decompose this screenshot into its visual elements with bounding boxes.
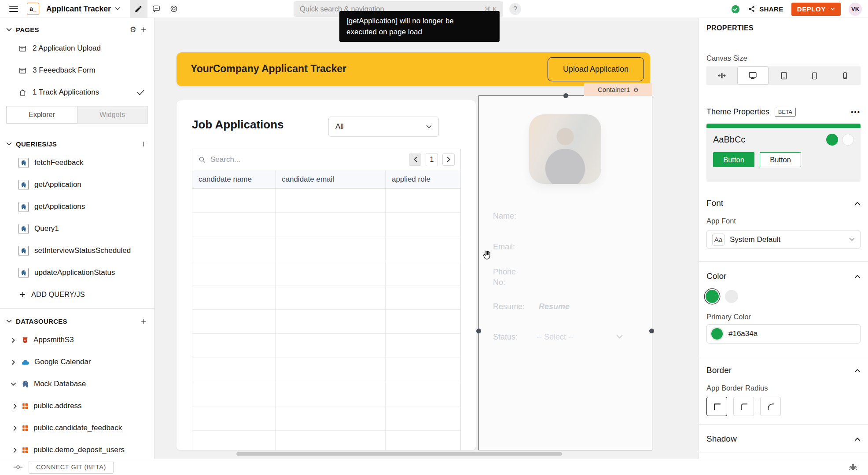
page-icon <box>18 44 27 53</box>
background-color-swatch[interactable] <box>725 290 738 303</box>
chevron-right-icon <box>11 359 15 365</box>
app-header-widget[interactable]: YourCompany Applicant Tracker Upload App… <box>177 52 650 86</box>
selected-widget-tag[interactable]: Container1 ⚙ <box>584 83 652 96</box>
add-datasource-icon[interactable] <box>140 318 147 325</box>
tab-widgets[interactable]: Widgets <box>77 106 147 123</box>
container1-widget-selected[interactable]: Name: Email: Phone No: Resume: Resume St… <box>478 95 652 450</box>
detail-resume-link[interactable]: Resume <box>539 302 570 311</box>
sidebar-item-page-feedback-form[interactable]: 3 Feeedback Form <box>0 59 154 81</box>
radius-medium-option[interactable] <box>733 397 754 416</box>
upload-application-button[interactable]: Upload Application <box>548 57 644 81</box>
table-cell <box>276 189 386 212</box>
add-page-icon[interactable] <box>140 26 147 33</box>
radius-none-option-selected[interactable] <box>706 397 727 416</box>
status-filter-select[interactable]: All <box>328 117 439 137</box>
add-query-icon[interactable] <box>140 141 147 147</box>
sidebar-item-query[interactable]: getApplication <box>0 174 154 196</box>
table-cell <box>192 358 276 382</box>
deploy-button[interactable]: DEPLOY <box>791 3 841 16</box>
app-title-chevron-icon[interactable] <box>115 7 120 11</box>
share-button[interactable]: SHARE <box>748 5 783 13</box>
theme-preview-card[interactable]: AaBbCc Button Button <box>706 124 861 182</box>
border-section-header[interactable]: Border <box>706 365 861 375</box>
deploy-chevron-icon <box>830 7 835 11</box>
app-title[interactable]: Applicant Tracker <box>46 4 111 14</box>
preview-mode-button[interactable] <box>165 0 183 18</box>
sidebar-item-query[interactable]: updateApplicationStatus <box>0 262 154 284</box>
pagination-prev-button[interactable] <box>409 153 421 166</box>
properties-title: PROPERTIES <box>706 24 861 32</box>
table-row[interactable] <box>192 382 460 406</box>
table-row[interactable] <box>192 189 460 213</box>
table-header-row: candidate name candidate email applied r… <box>192 170 460 189</box>
table-row[interactable] <box>192 261 460 285</box>
widget-settings-gear-icon[interactable]: ⚙ <box>633 86 639 93</box>
edit-mode-button[interactable] <box>130 0 147 18</box>
comment-mode-button[interactable] <box>147 0 165 18</box>
shadow-section-header[interactable]: Shadow <box>706 434 861 444</box>
sidebar-item-query[interactable]: fetchFeedback <box>0 152 154 174</box>
pages-settings-gear-icon[interactable]: ⚙ <box>130 25 136 34</box>
cloud-icon <box>21 359 30 365</box>
connect-git-button[interactable]: CONNECT GIT (BETA) <box>13 461 114 474</box>
table-row[interactable] <box>192 358 460 382</box>
primary-color-input[interactable]: #16a34a <box>706 324 861 343</box>
resize-handle-right[interactable] <box>649 329 654 333</box>
sidebar-item-query[interactable]: Query1 <box>0 218 154 240</box>
add-query-button[interactable]: ADD QUERY/JS <box>0 284 154 305</box>
table-cell <box>276 406 386 430</box>
hand-cursor <box>482 249 493 261</box>
theme-menu-button[interactable]: ••• <box>851 108 861 116</box>
canvas-size-tablet-option[interactable] <box>799 66 830 85</box>
canvas-size-desktop-option[interactable] <box>737 66 769 85</box>
table-row[interactable] <box>192 431 460 450</box>
sidebar-item-table-demo-deposit-users[interactable]: public.demo_deposit_users <box>0 439 154 459</box>
job-applications-table-widget[interactable]: Job Applications All Search... 1 candida… <box>177 100 476 450</box>
tab-explorer[interactable]: Explorer <box>6 106 77 124</box>
font-section-header[interactable]: Font <box>706 198 861 208</box>
canvas-horizontal-scrollbar[interactable] <box>236 452 562 456</box>
resize-handle-left[interactable] <box>476 329 481 333</box>
app-canvas[interactable]: YourCompany Applicant Tracker Upload App… <box>154 18 699 459</box>
chevron-up-icon <box>854 201 861 205</box>
datasources-section-header[interactable]: DATASOURCES <box>0 313 154 329</box>
sidebar-item-datasource-google-calendar[interactable]: Google Calendar <box>0 351 154 373</box>
canvas-size-mobile-option[interactable] <box>830 66 861 85</box>
color-section-header[interactable]: Color <box>706 271 861 281</box>
sidebar-item-datasource-mock-database[interactable]: Mock Database <box>0 373 154 395</box>
pagination-page-number[interactable]: 1 <box>426 153 438 166</box>
debug-bug-icon[interactable] <box>849 463 857 471</box>
table-row[interactable] <box>192 213 460 237</box>
pages-section-header[interactable]: PAGES ⚙ <box>0 22 154 37</box>
sidebar-item-table-address[interactable]: public.address <box>0 395 154 417</box>
hamburger-menu-icon[interactable] <box>6 5 21 12</box>
table-row[interactable] <box>192 237 460 261</box>
column-header-candidate-name[interactable]: candidate name <box>192 170 276 188</box>
sidebar-item-page-application-upload[interactable]: 2 Application Upload <box>0 37 154 59</box>
radius-large-option[interactable] <box>760 397 781 416</box>
table-row[interactable] <box>192 334 460 358</box>
detail-status-select[interactable]: -- Select -- <box>537 332 574 342</box>
help-button[interactable]: ? <box>509 3 521 15</box>
table-row[interactable] <box>192 310 460 334</box>
app-font-select[interactable]: Aa System Default <box>706 230 861 249</box>
pagination-next-button[interactable] <box>442 153 455 166</box>
table-cell <box>192 310 276 333</box>
queries-section-header[interactable]: QUERIES/JS <box>0 136 154 152</box>
app-logo[interactable]: a_ <box>27 3 39 15</box>
user-avatar[interactable]: VK <box>849 3 862 16</box>
table-search-input[interactable]: Search... <box>210 155 405 164</box>
resize-handle-top[interactable] <box>563 93 568 98</box>
sidebar-item-query[interactable]: setInterviewStatusScheduled <box>0 240 154 262</box>
column-header-applied-role[interactable]: applied role <box>386 170 460 188</box>
table-row[interactable] <box>192 285 460 310</box>
canvas-size-tablet-large-option[interactable] <box>769 66 799 85</box>
column-header-candidate-email[interactable]: candidate email <box>276 170 386 188</box>
primary-color-swatch-selected[interactable] <box>706 290 719 303</box>
canvas-size-fluid-option[interactable] <box>706 66 737 85</box>
sidebar-item-table-candidate-feedback[interactable]: public.candidate_feedback <box>0 417 154 439</box>
sidebar-item-query[interactable]: getApplications <box>0 196 154 218</box>
table-row[interactable] <box>192 406 460 431</box>
sidebar-item-datasource-appsmiths3[interactable]: AppsmithS3 <box>0 329 154 351</box>
sidebar-item-page-track-applications[interactable]: 1 Track Applications <box>0 81 154 103</box>
